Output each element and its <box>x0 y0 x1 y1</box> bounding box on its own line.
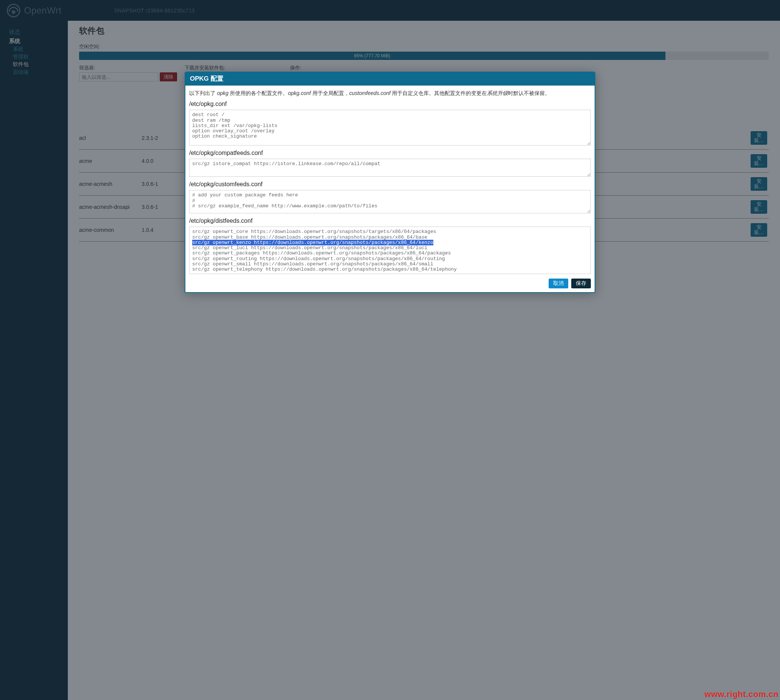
compatfeeds-heading: /etc/opkg/compatfeeds.conf <box>189 150 591 157</box>
distfeeds-heading: /etc/opkg/distfeeds.conf <box>189 218 591 224</box>
modal-cancel-button[interactable]: 取消 <box>549 278 568 288</box>
opkg-config-modal: OPKG 配置 以下列出了 opkg 所使用的各个配置文件。opkg.conf … <box>185 72 595 293</box>
modal-title: OPKG 配置 <box>185 72 595 85</box>
opkg-conf-heading: /etc/opkg.conf <box>189 101 591 107</box>
opkg-conf-textarea[interactable] <box>189 110 591 145</box>
modal-footer: 取消 保存 <box>185 276 595 292</box>
modal-description: 以下列出了 opkg 所使用的各个配置文件。opkg.conf 用于全局配置，c… <box>189 89 591 97</box>
customfeeds-textarea[interactable] <box>189 190 591 213</box>
modal-save-button[interactable]: 保存 <box>571 278 591 288</box>
modal-body: 以下列出了 opkg 所使用的各个配置文件。opkg.conf 用于全局配置，c… <box>185 85 595 276</box>
modal-overlay: OPKG 配置 以下列出了 opkg 所使用的各个配置文件。opkg.conf … <box>0 0 780 700</box>
watermark: www.right.com.cn <box>704 690 778 699</box>
compatfeeds-textarea[interactable] <box>189 159 591 177</box>
customfeeds-heading: /etc/opkg/customfeeds.conf <box>189 181 591 188</box>
distfeeds-textarea[interactable]: src/gz openwrt_core https://downloads.op… <box>189 227 591 274</box>
